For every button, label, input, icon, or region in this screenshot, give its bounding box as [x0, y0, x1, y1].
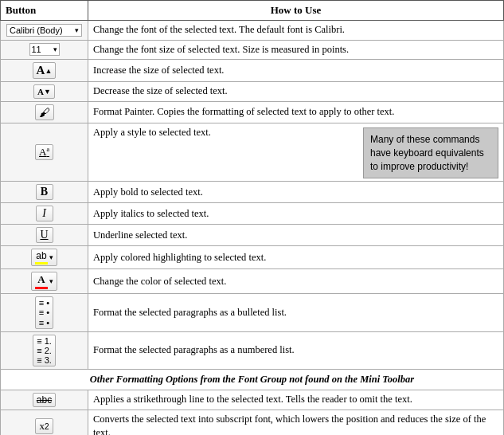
- button-cell: A ▾: [1, 269, 88, 294]
- table-row: ab ▾ Apply colored highlighting to selec…: [1, 246, 504, 269]
- numbered-list-button[interactable]: ≡ 1.≡ 2.≡ 3.: [33, 335, 56, 366]
- description-cell: Applies a strikethrough line to the sele…: [88, 390, 504, 410]
- description-cell: Many of these commands have keyboard equ…: [88, 123, 504, 182]
- table-row: ≡ •≡ •≡ • Format the selected paragraphs…: [1, 294, 504, 331]
- row-description: Decrease the size of selected text.: [93, 85, 228, 96]
- shrink-font-button[interactable]: A▼: [33, 84, 55, 99]
- description-cell: Increase the size of selected text.: [88, 60, 504, 82]
- table-row: B Apply bold to selected text.: [1, 182, 504, 203]
- row-description: Format Painter. Copies the formatting of…: [93, 106, 394, 117]
- table-row: I Apply italics to selected text.: [1, 203, 504, 225]
- table-row: A▼ Decrease the size of selected text.: [1, 82, 504, 102]
- description-cell: Apply bold to selected text.: [88, 182, 504, 203]
- howtouse-column-header: How to Use: [88, 1, 504, 21]
- row-description: Apply a style to selected text.: [93, 127, 211, 138]
- description-cell: Format the selected paragraphs as a numb…: [88, 331, 504, 369]
- description-cell: Underline selected text.: [88, 225, 504, 246]
- description-cell: Decrease the size of selected text.: [88, 82, 504, 102]
- row-description: Underline selected text.: [93, 229, 187, 241]
- description-cell: Change the color of selected text.: [88, 269, 504, 294]
- style-button[interactable]: Aa: [35, 144, 53, 160]
- row-description: Increase the size of selected text.: [93, 65, 225, 76]
- table-row: 11▾ Change the font size of selected tex…: [1, 40, 504, 60]
- button-cell: U: [1, 225, 88, 246]
- button-cell: ab ▾: [1, 246, 88, 269]
- button-cell: A▲: [1, 60, 88, 82]
- button-cell: abc: [1, 390, 88, 410]
- table-row: abc Applies a strikethrough line to the …: [1, 390, 504, 410]
- description-cell: Change the font of the selected text. Th…: [88, 21, 504, 41]
- description-cell: Converts the selected text into subscrip…: [88, 410, 504, 435]
- table-row: Aa Many of these commands have keyboard …: [1, 123, 504, 182]
- row-description: Format the selected paragraphs as a numb…: [93, 344, 295, 355]
- bold-button[interactable]: B: [36, 184, 53, 200]
- row-description: Format the selected paragraphs as a bull…: [93, 307, 287, 318]
- table-row: U Underline selected text.: [1, 225, 504, 246]
- table-row: A▲ Increase the size of selected text.: [1, 60, 504, 82]
- font-color-button[interactable]: A ▾: [31, 272, 57, 291]
- underline-button[interactable]: U: [36, 227, 53, 243]
- description-cell: Apply italics to selected text.: [88, 203, 504, 225]
- button-cell: x2: [1, 410, 88, 435]
- row-description: Change the color of selected text.: [93, 276, 226, 287]
- highlight-button[interactable]: ab ▾: [31, 249, 57, 266]
- button-cell: Calibri (Body) ▾: [1, 21, 88, 41]
- row-description: Change the font size of selected text. S…: [93, 44, 349, 55]
- button-cell: I: [1, 203, 88, 225]
- row-description: Apply italics to selected text.: [93, 208, 209, 219]
- section-header-text: Other Formatting Options from the Font G…: [1, 369, 504, 390]
- font-family-dropdown[interactable]: Calibri (Body) ▾: [6, 24, 82, 37]
- table-row: A ▾ Change the color of selected text.: [1, 269, 504, 294]
- button-cell: 🖌: [1, 102, 88, 123]
- grow-font-button[interactable]: A▲: [33, 62, 57, 79]
- button-cell: 11▾: [1, 40, 88, 60]
- description-cell: Format the selected paragraphs as a bull…: [88, 294, 504, 331]
- button-cell: Aa: [1, 123, 88, 182]
- table-row: Calibri (Body) ▾ Change the font of the …: [1, 21, 504, 41]
- bullet-list-button[interactable]: ≡ •≡ •≡ •: [35, 296, 53, 328]
- row-description: Apply colored highlighting to selected t…: [93, 252, 266, 263]
- button-cell: ≡ •≡ •≡ •: [1, 294, 88, 331]
- description-cell: Format Painter. Copies the formatting of…: [88, 102, 504, 123]
- strikethrough-button[interactable]: abc: [33, 393, 56, 407]
- tooltip-box: Many of these commands have keyboard equ…: [363, 127, 498, 178]
- table-row: x2 Converts the selected text into subsc…: [1, 410, 504, 435]
- font-size-dropdown[interactable]: 11▾: [29, 43, 60, 56]
- row-description: Apply bold to selected text.: [93, 186, 203, 198]
- button-column-header: Button: [1, 1, 88, 21]
- section-header-row: Other Formatting Options from the Font G…: [1, 369, 504, 390]
- description-cell: Apply colored highlighting to selected t…: [88, 246, 504, 269]
- row-description: Change the font of the selected text. Th…: [93, 24, 345, 35]
- italic-button[interactable]: I: [36, 206, 53, 221]
- table-row: ≡ 1.≡ 2.≡ 3. Format the selected paragra…: [1, 331, 504, 369]
- button-cell: B: [1, 182, 88, 203]
- subscript-button[interactable]: x2: [35, 418, 53, 434]
- button-cell: ≡ 1.≡ 2.≡ 3.: [1, 331, 88, 369]
- button-cell: A▼: [1, 82, 88, 102]
- description-cell: Change the font size of selected text. S…: [88, 40, 504, 60]
- table-row: 🖌 Format Painter. Copies the formatting …: [1, 102, 504, 123]
- format-painter-button[interactable]: 🖌: [35, 104, 54, 120]
